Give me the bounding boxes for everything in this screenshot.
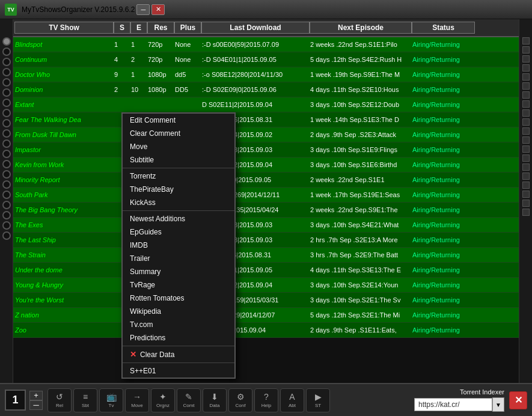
radio-dot[interactable]: [2, 160, 11, 168]
menu-item-kickass[interactable]: KickAss: [123, 196, 234, 209]
radio-dot[interactable]: [2, 139, 11, 148]
table-row[interactable]: Under the dome D S03E12|1|2015.09.05 4 d…: [13, 263, 519, 278]
table-row[interactable]: Blindspot 1 1 720p None :-D s00E00|59|20…: [13, 37, 519, 52]
menu-item-edit-comment[interactable]: Edit Comment: [123, 114, 234, 127]
menu-item-subtitle[interactable]: Subtitle: [123, 153, 234, 167]
radio-dot[interactable]: [2, 99, 11, 107]
menu-item-clear-data[interactable]: ✕Clear Data: [123, 347, 234, 361]
menu-item-tvrage[interactable]: TvRage: [123, 278, 234, 292]
menu-item-move[interactable]: Move: [123, 140, 234, 153]
torrent-dropdown-button[interactable]: ▼: [492, 397, 504, 412]
menu-item-label: Move: [130, 142, 147, 151]
header-nextepisode[interactable]: Next Episode: [310, 22, 412, 34]
toolbar-data-button[interactable]: ⬇Data: [203, 388, 227, 412]
header-tvshow[interactable]: TV Show: [14, 22, 114, 34]
header-res[interactable]: Res: [147, 22, 174, 34]
plus-button[interactable]: +: [29, 391, 43, 400]
toolbar-st-button[interactable]: ▶ST: [306, 388, 330, 412]
menu-item-clear-comment[interactable]: Clear Comment: [123, 127, 234, 140]
menu-item-predictions[interactable]: Predictions: [123, 331, 234, 344]
btn-label: Conf: [236, 403, 246, 408]
radio-dot[interactable]: [2, 129, 11, 138]
toolbar-orgnz-button[interactable]: ✦Orgnz: [151, 388, 175, 412]
table-row[interactable]: Minority Report D s00E00|0|2015.09.05 2 …: [13, 173, 519, 188]
table-row[interactable]: Extant D S02E11|2|2015.09.04 3 days .10t…: [13, 97, 519, 112]
menu-item-trailer[interactable]: Trailer: [123, 252, 234, 265]
toolbar-tv-button[interactable]: 📺Tv: [99, 388, 123, 412]
cell-res: 1080p: [146, 71, 173, 78]
cell-s: 1: [112, 41, 129, 48]
table-row[interactable]: Impastor D S01E08|3|2015.09.03 3 days .1…: [13, 142, 519, 158]
minus-button[interactable]: ─: [29, 400, 43, 410]
table-header: TV Show S E Res Plus Last Download Next …: [13, 19, 519, 37]
header-s[interactable]: S: [114, 22, 130, 34]
table-row[interactable]: Kevin from Work D S01E05|2|2015.09.04 3 …: [13, 158, 519, 173]
table-row[interactable]: Fear The Walking Dea D S01E02|6|2015.08.…: [13, 112, 519, 127]
menu-item-summary[interactable]: Summary: [123, 265, 234, 278]
radio-dot[interactable]: [2, 221, 11, 230]
table-row[interactable]: Zoo S01E10|2|2015.09.04 2 days .9th Sep …: [13, 323, 519, 338]
cell-e: 2: [129, 56, 146, 63]
radio-dot[interactable]: [2, 231, 11, 240]
cell-tvshow: The Exes: [13, 221, 112, 228]
menu-item-torrentz[interactable]: Torrentz: [123, 170, 234, 183]
toolbar-rel-button[interactable]: ↺Rel: [47, 388, 72, 412]
table-row[interactable]: South Park D S18E10|269|2014/12/11 1 wee…: [13, 188, 519, 203]
radio-dot[interactable]: [2, 150, 11, 158]
menu-item-newest-additions[interactable]: Newest Additions: [123, 212, 234, 225]
header-status[interactable]: Status: [412, 22, 475, 34]
toolbar-abt-button[interactable]: AAbt: [280, 388, 304, 412]
menu-item-s++e01[interactable]: S++E01: [123, 364, 234, 378]
toolbar-help-button[interactable]: ?Help: [254, 388, 278, 412]
radio-dot[interactable]: [2, 119, 11, 127]
radio-dot[interactable]: [2, 88, 11, 97]
radio-dot[interactable]: [2, 170, 11, 179]
cell-tvshow: Fear The Walking Dea: [13, 116, 112, 123]
menu-item-epguides[interactable]: EpGuides: [123, 225, 234, 239]
table-row[interactable]: The Big Bang Theory o S08E23|135|2015/04…: [13, 203, 519, 218]
table-row[interactable]: Young & Hungry D S02E13|2|2015.09.04 3 d…: [13, 278, 519, 293]
radio-dot[interactable]: [2, 58, 11, 66]
menu-item-wikipedia[interactable]: Wikipedia: [123, 305, 234, 318]
table-row[interactable]: From Dusk Till Dawn D S02E02|4|2015.09.0…: [13, 127, 519, 142]
radio-dot[interactable]: [2, 180, 11, 189]
right-dot: [522, 118, 530, 126]
close-x-button[interactable]: ✕: [509, 391, 527, 409]
cell-nextepisode: 4 days .11th Sep.S3E13:The E: [308, 266, 411, 274]
toolbar-move-button[interactable]: →Move: [125, 388, 149, 412]
menu-item-imdb[interactable]: IMDB: [123, 239, 234, 252]
radio-dot[interactable]: [2, 47, 11, 56]
radio-dot[interactable]: [2, 201, 11, 209]
radio-dot[interactable]: [2, 211, 11, 219]
cell-nextepisode: 2 hrs .7th Sep .S2E13:A More: [308, 236, 411, 243]
table-row[interactable]: Dominion 2 10 1080p DD5 :-D S02E09|0|201…: [13, 82, 519, 97]
menu-item-thepiratebay[interactable]: ThePirateBay: [123, 183, 234, 196]
right-dot: [522, 64, 530, 72]
header-e[interactable]: E: [130, 22, 147, 34]
cell-status: Airing/Returning: [411, 41, 474, 48]
close-button[interactable]: ✕: [151, 4, 165, 15]
radio-dot[interactable]: [2, 109, 11, 117]
table-row[interactable]: The Exes D S04E20|3|2015.09.03 3 days .1…: [13, 218, 519, 233]
table-row[interactable]: Continuum 4 2 720p None :-D S04E01|1|201…: [13, 52, 519, 67]
table-row[interactable]: The Strain o S02E08|6|2015.08.31 3 hrs .…: [13, 248, 519, 263]
header-plus[interactable]: Plus: [174, 22, 201, 34]
table-row[interactable]: You're the Worst D s01E10|159|2015/03/31…: [13, 293, 519, 308]
table-row[interactable]: Doctor Who 9 1 1080p dd5 :-o S08E12|280|…: [13, 67, 519, 82]
radio-dot[interactable]: [2, 78, 11, 87]
toolbar-conf-button[interactable]: ⚙Conf: [228, 388, 252, 412]
menu-item-tv.com[interactable]: Tv.com: [123, 318, 234, 331]
radio-dot[interactable]: [2, 191, 11, 199]
menu-item-label: Newest Additions: [130, 215, 185, 223]
toolbar-sbt-button[interactable]: ≡Sbt: [73, 388, 97, 412]
menu-item-rotten-tomatoes[interactable]: Rotten Tomatoes: [123, 292, 234, 305]
torrent-url-input[interactable]: [414, 398, 492, 411]
radio-dot[interactable]: [2, 37, 11, 46]
header-lastdownload[interactable]: Last Download: [201, 22, 310, 34]
toolbar-comt-button[interactable]: ✎Comt: [177, 388, 201, 412]
minimize-button[interactable]: ─: [136, 4, 150, 15]
table-row[interactable]: Z nation D s02E13|29|2014/12/07 5 days .…: [13, 308, 519, 323]
radio-dot[interactable]: [2, 68, 11, 76]
right-dot: [522, 37, 530, 44]
table-row[interactable]: The Last Ship D S02E12|3|2015.09.03 2 hr…: [13, 233, 519, 248]
